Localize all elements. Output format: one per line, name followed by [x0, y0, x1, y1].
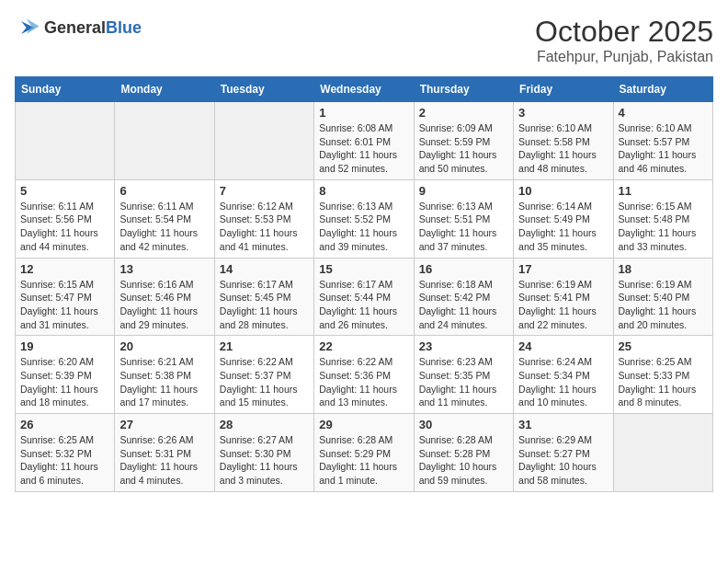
day-info: Sunrise: 6:15 AMSunset: 5:47 PMDaylight:…: [20, 278, 109, 332]
day-number: 7: [220, 184, 309, 198]
day-number: 24: [518, 339, 608, 353]
day-info: Sunrise: 6:26 AMSunset: 5:31 PMDaylight:…: [119, 433, 209, 488]
location: Fatehpur, Punjab, Pakistan: [535, 49, 713, 65]
logo: General Blue: [15, 15, 142, 40]
calendar-cell: 25Sunrise: 6:25 AMSunset: 5:33 PMDayligh…: [613, 336, 712, 414]
logo-blue: Blue: [106, 19, 142, 36]
weekday-header-friday: Friday: [514, 77, 613, 102]
title-section: October 2025 Fatehpur, Punjab, Pakistan: [535, 15, 713, 65]
logo-text: General Blue: [44, 19, 142, 36]
calendar-cell: 8Sunrise: 6:13 AMSunset: 5:52 PMDaylight…: [314, 179, 414, 258]
day-info: Sunrise: 6:22 AMSunset: 5:36 PMDaylight:…: [319, 355, 408, 409]
day-number: 29: [319, 418, 408, 431]
day-info: Sunrise: 6:12 AMSunset: 5:53 PMDaylight:…: [220, 200, 309, 254]
calendar-cell: 14Sunrise: 6:17 AMSunset: 5:45 PMDayligh…: [214, 258, 313, 336]
calendar-cell: [115, 102, 214, 180]
day-info: Sunrise: 6:15 AMSunset: 5:48 PMDaylight:…: [619, 200, 708, 254]
calendar-cell: 20Sunrise: 6:21 AMSunset: 5:38 PMDayligh…: [115, 336, 214, 414]
calendar-cell: 30Sunrise: 6:28 AMSunset: 5:28 PMDayligh…: [414, 414, 513, 492]
day-info: Sunrise: 6:22 AMSunset: 5:37 PMDaylight:…: [220, 355, 309, 409]
day-info: Sunrise: 6:28 AMSunset: 5:29 PMDaylight:…: [319, 433, 408, 488]
day-number: 26: [20, 418, 109, 431]
weekday-header-monday: Monday: [115, 77, 214, 102]
calendar-cell: 10Sunrise: 6:14 AMSunset: 5:49 PMDayligh…: [514, 179, 613, 258]
calendar-week-5: 26Sunrise: 6:25 AMSunset: 5:32 PMDayligh…: [16, 414, 713, 492]
calendar-cell: 15Sunrise: 6:17 AMSunset: 5:44 PMDayligh…: [314, 258, 414, 336]
day-number: 9: [419, 184, 508, 198]
day-number: 28: [220, 418, 309, 431]
day-info: Sunrise: 6:20 AMSunset: 5:39 PMDaylight:…: [20, 355, 109, 409]
day-info: Sunrise: 6:09 AMSunset: 5:59 PMDaylight:…: [419, 121, 508, 176]
day-number: 14: [220, 262, 309, 276]
day-info: Sunrise: 6:08 AMSunset: 6:01 PMDaylight:…: [319, 121, 408, 176]
weekday-header-saturday: Saturday: [613, 77, 712, 102]
day-number: 25: [619, 339, 708, 353]
calendar-cell: [16, 102, 115, 180]
day-number: 17: [518, 262, 608, 276]
day-number: 30: [419, 418, 508, 431]
calendar-cell: 27Sunrise: 6:26 AMSunset: 5:31 PMDayligh…: [115, 414, 214, 492]
day-number: 21: [220, 339, 309, 353]
day-info: Sunrise: 6:17 AMSunset: 5:45 PMDaylight:…: [220, 278, 309, 332]
calendar-cell: 7Sunrise: 6:12 AMSunset: 5:53 PMDaylight…: [214, 179, 313, 258]
calendar-cell: 23Sunrise: 6:23 AMSunset: 5:35 PMDayligh…: [414, 336, 513, 414]
calendar-table: SundayMondayTuesdayWednesdayThursdayFrid…: [15, 76, 713, 492]
calendar-cell: 26Sunrise: 6:25 AMSunset: 5:32 PMDayligh…: [16, 414, 115, 492]
weekday-header-thursday: Thursday: [414, 77, 513, 102]
day-info: Sunrise: 6:19 AMSunset: 5:40 PMDaylight:…: [619, 278, 708, 332]
calendar-cell: [613, 414, 712, 492]
day-number: 1: [319, 106, 408, 120]
page-header: General Blue October 2025 Fatehpur, Punj…: [15, 15, 713, 65]
day-info: Sunrise: 6:18 AMSunset: 5:42 PMDaylight:…: [419, 278, 508, 332]
day-number: 31: [518, 418, 608, 431]
calendar-cell: 28Sunrise: 6:27 AMSunset: 5:30 PMDayligh…: [214, 414, 313, 492]
weekday-header-wednesday: Wednesday: [314, 77, 414, 102]
calendar-cell: 5Sunrise: 6:11 AMSunset: 5:56 PMDaylight…: [16, 179, 115, 258]
calendar-cell: 31Sunrise: 6:29 AMSunset: 5:27 PMDayligh…: [514, 414, 613, 492]
day-number: 11: [619, 184, 708, 198]
calendar-cell: 18Sunrise: 6:19 AMSunset: 5:40 PMDayligh…: [613, 258, 712, 336]
day-number: 3: [518, 106, 608, 120]
calendar-cell: [214, 102, 313, 180]
weekday-header-tuesday: Tuesday: [214, 77, 313, 102]
day-number: 13: [119, 262, 209, 276]
calendar-cell: 2Sunrise: 6:09 AMSunset: 5:59 PMDaylight…: [414, 102, 513, 180]
calendar-week-4: 19Sunrise: 6:20 AMSunset: 5:39 PMDayligh…: [16, 336, 713, 414]
logo-icon: [15, 15, 40, 40]
day-number: 8: [319, 184, 408, 198]
calendar-cell: 17Sunrise: 6:19 AMSunset: 5:41 PMDayligh…: [514, 258, 613, 336]
day-info: Sunrise: 6:14 AMSunset: 5:49 PMDaylight:…: [518, 200, 608, 254]
calendar-week-1: 1Sunrise: 6:08 AMSunset: 6:01 PMDaylight…: [16, 102, 713, 180]
day-number: 2: [419, 106, 508, 120]
logo-general: General: [44, 19, 106, 36]
calendar-cell: 22Sunrise: 6:22 AMSunset: 5:36 PMDayligh…: [314, 336, 414, 414]
calendar-cell: 29Sunrise: 6:28 AMSunset: 5:29 PMDayligh…: [314, 414, 414, 492]
day-number: 16: [419, 262, 508, 276]
day-number: 15: [319, 262, 408, 276]
calendar-cell: 16Sunrise: 6:18 AMSunset: 5:42 PMDayligh…: [414, 258, 513, 336]
day-number: 19: [20, 339, 109, 353]
day-number: 12: [20, 262, 109, 276]
day-info: Sunrise: 6:17 AMSunset: 5:44 PMDaylight:…: [319, 278, 408, 332]
month-title: October 2025: [535, 15, 713, 49]
calendar-cell: 12Sunrise: 6:15 AMSunset: 5:47 PMDayligh…: [16, 258, 115, 336]
day-number: 22: [319, 339, 408, 353]
day-info: Sunrise: 6:13 AMSunset: 5:51 PMDaylight:…: [419, 200, 508, 254]
day-info: Sunrise: 6:25 AMSunset: 5:32 PMDaylight:…: [20, 433, 109, 488]
weekday-header-sunday: Sunday: [16, 77, 115, 102]
calendar-cell: 1Sunrise: 6:08 AMSunset: 6:01 PMDaylight…: [314, 102, 414, 180]
day-info: Sunrise: 6:29 AMSunset: 5:27 PMDaylight:…: [518, 433, 608, 488]
calendar-week-2: 5Sunrise: 6:11 AMSunset: 5:56 PMDaylight…: [16, 179, 713, 258]
day-info: Sunrise: 6:27 AMSunset: 5:30 PMDaylight:…: [220, 433, 309, 488]
calendar-cell: 13Sunrise: 6:16 AMSunset: 5:46 PMDayligh…: [115, 258, 214, 336]
day-info: Sunrise: 6:16 AMSunset: 5:46 PMDaylight:…: [119, 278, 209, 332]
weekday-header-row: SundayMondayTuesdayWednesdayThursdayFrid…: [16, 77, 713, 102]
calendar-cell: 24Sunrise: 6:24 AMSunset: 5:34 PMDayligh…: [514, 336, 613, 414]
day-info: Sunrise: 6:24 AMSunset: 5:34 PMDaylight:…: [518, 355, 608, 409]
day-info: Sunrise: 6:28 AMSunset: 5:28 PMDaylight:…: [419, 433, 508, 488]
day-info: Sunrise: 6:19 AMSunset: 5:41 PMDaylight:…: [518, 278, 608, 332]
day-info: Sunrise: 6:10 AMSunset: 5:57 PMDaylight:…: [619, 121, 708, 176]
day-number: 20: [119, 339, 209, 353]
calendar-cell: 9Sunrise: 6:13 AMSunset: 5:51 PMDaylight…: [414, 179, 513, 258]
day-number: 4: [619, 106, 708, 120]
